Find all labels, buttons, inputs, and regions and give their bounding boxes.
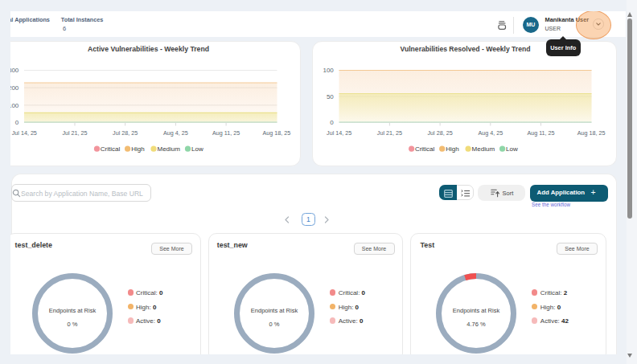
svg-text:High: High (446, 145, 458, 153)
svg-text:Aug 4, 25: Aug 4, 25 (163, 129, 188, 137)
svg-text:Endpoints at Risk: Endpoints at Risk (453, 306, 500, 313)
svg-text:Jul 28, 25: Jul 28, 25 (113, 129, 138, 137)
svg-text:200: 200 (10, 84, 19, 92)
svg-text:Jul 14, 25: Jul 14, 25 (12, 129, 37, 137)
svg-text:Medium: Medium (471, 145, 495, 153)
svg-text:Jul 14, 25: Jul 14, 25 (327, 129, 351, 137)
svg-text:0: 0 (330, 119, 334, 126)
svg-text:Endpoints at Risk: Endpoints at Risk (251, 306, 298, 313)
svg-text:Low: Low (506, 145, 518, 153)
svg-text:Endpoints at Risk: Endpoints at Risk (48, 306, 96, 313)
svg-text:Aug 11, 25: Aug 11, 25 (527, 129, 554, 137)
svg-text:Vulnerabilities Resolved - Wee: Vulnerabilities Resolved - Weekly Trend (400, 45, 530, 53)
svg-text:100: 100 (323, 67, 334, 74)
svg-text:100: 100 (10, 102, 19, 109)
svg-text:Jul 28, 25: Jul 28, 25 (427, 129, 452, 137)
svg-text:Low: Low (191, 145, 203, 153)
svg-text:Aug 18, 25: Aug 18, 25 (577, 129, 605, 137)
svg-text:Critical: Critical (101, 145, 121, 153)
svg-text:0: 0 (15, 119, 19, 126)
svg-text:High: High (131, 145, 144, 153)
svg-text:4.76 %: 4.76 % (467, 320, 487, 327)
svg-text:Jul 21, 25: Jul 21, 25 (376, 129, 401, 137)
svg-text:Aug 4, 25: Aug 4, 25 (478, 129, 503, 137)
svg-text:Aug 11, 25: Aug 11, 25 (212, 129, 240, 137)
svg-text:Critical: Critical (414, 145, 434, 153)
svg-text:Active Vulnerabilities - Weekl: Active Vulnerabilities - Weekly Trend (88, 45, 209, 53)
svg-text:0 %: 0 % (269, 320, 280, 327)
svg-text:0 %: 0 % (67, 320, 77, 327)
svg-text:Medium: Medium (158, 145, 181, 153)
svg-text:Aug 18, 25: Aug 18, 25 (262, 129, 290, 137)
svg-text:Jul 21, 25: Jul 21, 25 (62, 129, 87, 137)
svg-text:300: 300 (10, 67, 19, 74)
svg-text:50: 50 (326, 93, 333, 100)
